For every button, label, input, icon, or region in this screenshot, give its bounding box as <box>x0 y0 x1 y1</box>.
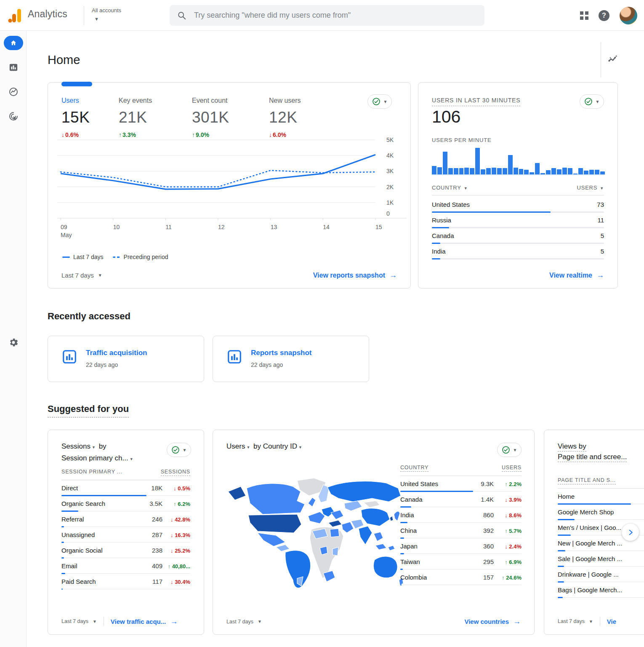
table-row[interactable]: Sale | Google Merch ... <box>558 551 644 567</box>
recent-card-traffic-acquisition[interactable]: Traffic acquisition 22 days ago <box>48 336 204 382</box>
date-range-selector[interactable]: Last 7 days▼ <box>226 619 262 625</box>
users-column-header[interactable]: USERS▼ <box>577 184 604 191</box>
table-row[interactable]: Japan360↓ 2.4% <box>400 538 522 554</box>
card-title[interactable]: Views by Page title and scree... <box>558 441 627 462</box>
view-traffic-acquisition-link[interactable]: View traffic acqu...→ <box>111 617 178 626</box>
sidebar-item-admin[interactable] <box>0 337 27 348</box>
table-row[interactable]: Organic Social238↓ 25.2% <box>61 543 190 558</box>
users-per-minute-chart <box>432 146 605 175</box>
report-icon <box>226 349 242 365</box>
minute-bar <box>584 171 588 174</box>
realtime-country-row[interactable]: India5 <box>432 244 604 259</box>
table-row[interactable]: India860↓ 8.6% <box>400 507 522 523</box>
minute-bar <box>443 152 447 174</box>
view-realtime-link[interactable]: View realtime→ <box>549 271 604 280</box>
table-row[interactable]: Drinkware | Google ... <box>558 567 644 582</box>
country-column-header[interactable]: COUNTRY▼ <box>432 184 468 191</box>
minute-bar <box>524 170 529 174</box>
minute-bar <box>540 173 545 174</box>
svg-text:09: 09 <box>61 224 67 230</box>
chevron-down-icon: ▼ <box>246 445 250 449</box>
metric-check-badge[interactable]: ▼ <box>367 94 392 109</box>
minute-bar <box>459 168 464 174</box>
recent-card-reports-snapshot[interactable]: Reports snapshot 22 days ago <box>213 336 369 382</box>
realtime-country-row[interactable]: Canada5 <box>432 228 604 244</box>
realtime-country-row[interactable]: Russia11 <box>432 213 604 228</box>
overview-metric-tab-event-count[interactable]: Event count301K↑9.0% <box>192 97 269 138</box>
overview-metric-tab-users[interactable]: Users15K↓0.6% <box>61 97 119 138</box>
table-row[interactable]: Unassigned287↓ 16.3% <box>61 527 190 543</box>
sidebar-item-advertising[interactable] <box>0 104 27 128</box>
table-row[interactable]: Google Merch Shop <box>558 504 644 520</box>
minute-bar <box>562 168 567 175</box>
recent-item-meta: 22 days ago <box>86 361 147 368</box>
realtime-country-row[interactable]: United States73 <box>432 197 604 213</box>
card-title[interactable]: Sessions▼ by Session primary ch...▼ <box>61 441 135 465</box>
recent-item-label[interactable]: Traffic acquisition <box>86 349 147 357</box>
table-row[interactable]: United States9.3K↑ 2.2% <box>400 476 522 492</box>
chevron-right-icon <box>627 529 634 536</box>
analytics-logo-icon[interactable] <box>7 7 24 24</box>
gear-icon <box>8 337 19 348</box>
table-row[interactable]: Home <box>558 489 644 504</box>
account-switcher[interactable]: All accounts ▼ <box>92 6 121 21</box>
date-range-selector[interactable]: Last 7 days▼ <box>558 618 593 624</box>
minute-bar <box>557 169 562 174</box>
table-row[interactable]: Organic Search3.5K↑ 6.2% <box>61 496 190 511</box>
svg-text:15: 15 <box>375 224 382 230</box>
sidebar-item-home[interactable] <box>0 31 27 55</box>
date-range-selector[interactable]: Last 7 days▼ <box>61 618 97 624</box>
minute-bar <box>432 166 436 174</box>
chevron-down-icon: ▼ <box>596 99 600 104</box>
overview-metric-tab-new-users[interactable]: New users12K↓6.0% <box>269 97 301 138</box>
table-header: PAGE TITLE AND S... <box>558 477 644 489</box>
search-icon <box>177 11 186 20</box>
metric-check-badge[interactable]: ▼ <box>167 443 191 457</box>
page-title: Home <box>48 53 80 67</box>
table-row[interactable]: Canada1.4K↓ 3.9% <box>400 492 522 507</box>
minute-bar <box>568 168 572 174</box>
minute-bar <box>589 170 594 174</box>
svg-text:12: 12 <box>218 224 225 230</box>
table-header: SESSION PRIMARY ... SESSIONS <box>61 469 190 480</box>
svg-text:3K: 3K <box>386 168 394 174</box>
overview-metric-tab-key-events[interactable]: Key events21K↑3.3% <box>119 97 192 138</box>
sidebar-item-reports[interactable] <box>0 55 27 80</box>
table-row[interactable]: Direct18K↓ 0.5% <box>61 480 190 496</box>
recent-item-label[interactable]: Reports snapshot <box>251 349 312 357</box>
metric-check-badge[interactable]: ▼ <box>580 94 604 109</box>
dashed-line-swatch <box>113 257 120 258</box>
table-row[interactable]: Email409↑ 40,80... <box>61 558 190 574</box>
svg-text:10: 10 <box>113 224 120 230</box>
card-title[interactable]: Users▼ by Country ID▼ <box>226 441 303 453</box>
minute-bar <box>519 169 524 174</box>
world-choropleth-map[interactable] <box>222 476 403 594</box>
table-row[interactable]: China392↑ 5.7% <box>400 523 522 538</box>
carousel-next-button[interactable] <box>622 524 639 541</box>
table-row[interactable]: Colombia157↑ 24.6% <box>400 569 522 585</box>
search-bar[interactable] <box>170 5 484 26</box>
legend-item-current: Last 7 days <box>62 254 104 260</box>
table-row[interactable]: Bags | Google Merch... <box>558 582 644 598</box>
avatar[interactable] <box>620 7 637 24</box>
advertising-icon <box>8 111 19 121</box>
insights-icon[interactable] <box>607 54 618 67</box>
search-input[interactable] <box>194 11 477 20</box>
apps-grid-icon[interactable] <box>580 11 588 20</box>
view-pages-link[interactable]: Vie <box>607 618 616 625</box>
view-countries-link[interactable]: View countries→ <box>464 617 521 626</box>
table-row[interactable]: Taiwan295↑ 6.9% <box>400 554 522 569</box>
table-row[interactable]: Paid Search117↓ 30.4% <box>61 574 190 589</box>
sidebar-item-explore[interactable] <box>0 80 27 104</box>
chevron-down-icon: ▼ <box>513 448 517 452</box>
view-reports-snapshot-link[interactable]: View reports snapshot→ <box>313 271 397 280</box>
chevron-down-icon: ▼ <box>383 99 388 104</box>
date-range-selector[interactable]: Last 7 days▼ <box>61 272 102 279</box>
minute-bar <box>470 168 474 174</box>
users-by-country-card: Users▼ by Country ID▼ ▼ <box>213 430 535 635</box>
account-switcher-label: All accounts <box>92 7 121 13</box>
metric-check-badge[interactable]: ▼ <box>497 443 522 457</box>
help-icon[interactable]: ? <box>599 10 609 21</box>
arrow-right-icon: → <box>513 617 521 626</box>
table-row[interactable]: Referral246↓ 42.8% <box>61 511 190 527</box>
